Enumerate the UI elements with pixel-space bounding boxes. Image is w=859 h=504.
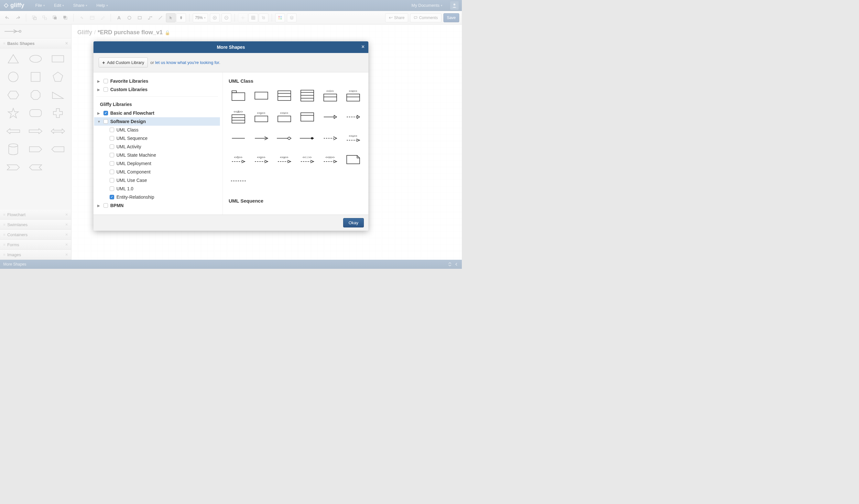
svg-rect-58 [232, 115, 245, 123]
tree-basic-flowchart[interactable]: ▶Basic and Flowchart [94, 109, 220, 117]
checkbox[interactable] [110, 186, 114, 191]
uml-arrow-open[interactable] [320, 110, 340, 124]
uml-note[interactable] [344, 152, 363, 167]
checkbox[interactable] [110, 128, 114, 132]
more-shapes-modal: More Shapes × +Add Custom Library or let… [93, 41, 368, 231]
modal-title: More Shapes [217, 45, 245, 50]
svg-rect-46 [255, 92, 268, 99]
tree-uml-10[interactable]: UML 1.0 [94, 185, 220, 193]
uml-merge[interactable]: <<m>> [320, 152, 340, 167]
uml-window[interactable] [298, 110, 317, 124]
library-tree: ▶Favorite Libraries ▶Custom Libraries Gl… [93, 73, 223, 215]
checkbox[interactable] [110, 195, 114, 199]
checkbox[interactable] [104, 119, 108, 124]
preview-uml-sequence-title: UML Sequence [229, 198, 363, 204]
tree-custom-libraries[interactable]: ▶Custom Libraries [94, 85, 220, 94]
preview-grid-uml-class: <<i>> <<e>> <<dt>> <<p>> <<s>> <<u>> [229, 88, 363, 188]
tree-uml-deployment[interactable]: UML Deployment [94, 159, 220, 168]
svg-rect-61 [255, 116, 268, 122]
uml-arrow-dashed[interactable] [320, 131, 340, 146]
uml-usage[interactable]: <<u>> [344, 131, 363, 146]
svg-rect-45 [232, 93, 245, 100]
tree-software-design[interactable]: ▼Software Design [94, 117, 220, 126]
uml-diamond-filled[interactable] [298, 131, 317, 146]
uml-enum[interactable]: <<e>> [344, 88, 363, 103]
uml-class-3[interactable] [275, 88, 294, 103]
uml-diamond-open[interactable] [275, 131, 294, 146]
tree-entity-relationship[interactable]: Entity-Relationship [94, 193, 220, 201]
modal-close-button[interactable]: × [362, 44, 364, 50]
uml-permit[interactable]: <<p>> [252, 152, 271, 167]
uml-line[interactable] [229, 131, 248, 146]
uml-interface[interactable]: <<i>> [320, 88, 340, 103]
svg-rect-54 [324, 94, 337, 101]
checkbox[interactable] [110, 161, 114, 166]
uml-signal[interactable]: <<s>> [275, 110, 294, 124]
tree-favorite-libraries[interactable]: ▶Favorite Libraries [94, 77, 220, 85]
tree-uml-sequence[interactable]: UML Sequence [94, 134, 220, 142]
tree-bpmn[interactable]: ▶BPMN [94, 201, 220, 210]
gliffy-libraries-label: Gliffy Libraries [94, 99, 220, 109]
modal-header: More Shapes × [93, 41, 368, 53]
add-custom-library-button[interactable]: +Add Custom Library [99, 58, 148, 67]
modal-overlay: More Shapes × +Add Custom Library or let… [0, 0, 462, 269]
tree-uml-usecase[interactable]: UML Use Case [94, 176, 220, 185]
uml-arrow-dashed-open[interactable] [344, 110, 363, 124]
feedback-link[interactable]: let us know what you're looking for [155, 60, 219, 65]
checkbox[interactable] [104, 203, 108, 208]
svg-rect-44 [232, 91, 237, 93]
uml-abstraction[interactable]: <<a>> [275, 152, 294, 167]
svg-rect-50 [301, 90, 314, 101]
uml-arrow[interactable] [252, 131, 271, 146]
tree-uml-class[interactable]: UML Class [94, 126, 220, 134]
checkbox[interactable] [110, 170, 114, 174]
checkbox[interactable] [110, 153, 114, 157]
uml-primitive[interactable]: <<p>> [252, 110, 271, 124]
checkbox[interactable] [104, 111, 108, 115]
modal-subheader: +Add Custom Library or let us know what … [93, 53, 368, 73]
svg-rect-56 [347, 94, 360, 101]
checkbox[interactable] [110, 178, 114, 183]
svg-rect-47 [278, 91, 291, 100]
checkbox[interactable] [110, 144, 114, 149]
tree-uml-activity[interactable]: UML Activity [94, 142, 220, 151]
preview-uml-class-title: UML Class [229, 78, 363, 84]
tree-uml-component[interactable]: UML Component [94, 168, 220, 176]
uml-import[interactable]: << i >> [298, 152, 317, 167]
preview-pane: UML Class <<i>> <<e>> <<dt>> <<p>> <<s>> [223, 73, 368, 215]
uml-class-4[interactable] [298, 88, 317, 103]
svg-rect-63 [301, 113, 314, 121]
uml-bind[interactable]: <<b>> [229, 152, 248, 167]
tree-uml-state[interactable]: UML State Machine [94, 151, 220, 159]
uml-datatype[interactable]: <<dt>> [229, 110, 248, 124]
checkbox[interactable] [110, 136, 114, 141]
checkbox[interactable] [104, 87, 108, 92]
checkbox[interactable] [104, 79, 108, 83]
modal-footer: Okay [93, 215, 368, 231]
uml-package[interactable] [229, 88, 248, 103]
svg-rect-62 [278, 116, 291, 122]
uml-rect[interactable] [252, 88, 271, 103]
uml-dashed-line[interactable] [229, 173, 248, 188]
okay-button[interactable]: Okay [343, 218, 364, 227]
